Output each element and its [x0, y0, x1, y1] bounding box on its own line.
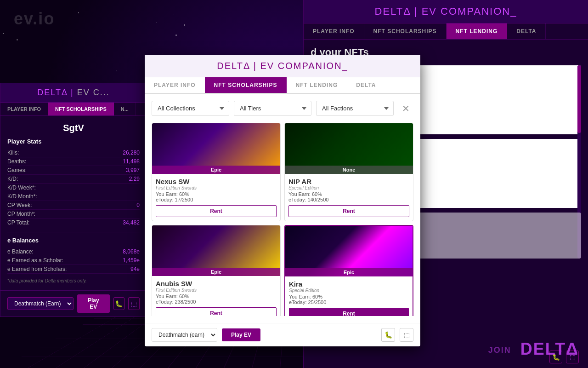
dialog-close-btn[interactable]: ✕ — [398, 101, 413, 116]
left-panel-title: DELTΔ | EV C... — [7, 88, 140, 98]
player-name: SgtV — [7, 123, 140, 133]
stat-cp-month: CP Month*: — [7, 210, 140, 218]
left-mode-select[interactable]: Deathmatch (Earn) Deathmatch Battle Roya… — [7, 297, 74, 310]
nip-rent-btn[interactable]: Rent — [288, 205, 409, 217]
nexus-rarity: Epic — [152, 166, 280, 174]
anubis-name: Anubis SW — [156, 280, 277, 288]
dialog-nav-delta[interactable]: DELTA — [347, 77, 385, 93]
dialog-export-icon-btn[interactable]: ⬚ — [400, 328, 413, 342]
divider — [7, 232, 140, 232]
anubis-earn: You Earn: 60% — [156, 293, 277, 299]
dialog-nav-nft-scholarships[interactable]: NFT SCHOLARSHIPS — [205, 77, 287, 93]
nexus-today: eToday: 17/2500 — [156, 197, 277, 202]
anubis-rent-btn[interactable]: Rent — [156, 307, 277, 316]
factions-filter[interactable]: All Factions Ronin Sinisters None — [316, 101, 394, 116]
anubis-details: Anubis SW First Edition Swords You Earn:… — [152, 276, 280, 316]
main-dialog: DELTΔ | EV COMPANION_ PLAYER INFO NFT SC… — [145, 55, 420, 346]
nft-item-anubis: Epic Anubis SW First Edition Swords You … — [152, 225, 281, 316]
dialog-title: DELTΔ | EV COMPANION_ — [154, 61, 411, 71]
tiers-filter[interactable]: All Tiers Epic Legendary Rare Common — [234, 101, 311, 116]
dialog-play-btn[interactable]: Play EV — [222, 328, 260, 341]
bg-window-nav: PLAYER INFO NFT SCHOLARSHIPS NFT LENDING… — [304, 23, 588, 40]
nexus-details: Nexus SW First Edition Swords You Earn: … — [152, 174, 280, 221]
stat-kd-week: K/D Week*: — [7, 184, 140, 192]
nip-name: NIP AR — [288, 178, 409, 185]
nft-img-kira: Epic — [285, 226, 413, 276]
anubis-today: eToday: 238/2500 — [156, 299, 277, 305]
nip-earn: You Earn: 60% — [288, 191, 409, 197]
balances-section: e Balances e Balance: 8,068e e Earned as… — [7, 237, 140, 274]
dialog-nav-player-info[interactable]: PLAYER INFO — [145, 77, 205, 93]
stat-kd-month: K/D Month*: — [7, 192, 140, 201]
left-bug-icon-btn[interactable]: 🐛 — [113, 297, 125, 310]
stat-kd: K/D: 2.29 — [7, 175, 140, 184]
nft-img-anubis: Epic — [152, 225, 280, 276]
bg-window-header: DELTΔ | EV COMPANION_ — [304, 0, 588, 23]
bg-nav-nft-scholarships[interactable]: NFT SCHOLARSHIPS — [364, 23, 447, 39]
stat-deaths: Deaths: 11,498 — [7, 157, 140, 166]
left-panel-footer: Deathmatch (Earn) Deathmatch Battle Roya… — [0, 290, 147, 316]
kira-rent-btn[interactable]: Rent — [289, 308, 409, 316]
stats-section: Player Stats Kills: 26,280 Deaths: 11,49… — [7, 138, 140, 227]
nexus-rent-btn[interactable]: Rent — [156, 205, 277, 217]
kira-details: Kira Special Edition You Earn: 60% eToda… — [285, 276, 413, 316]
dialog-header: DELTΔ | EV COMPANION_ — [145, 55, 420, 77]
bg-nav-nft-lending[interactable]: NFT LENDING — [447, 23, 508, 39]
nip-collection: Special Edition — [288, 185, 409, 190]
left-panel-body: SgtV Player Stats Kills: 26,280 Deaths: … — [0, 116, 147, 290]
dialog-body: All Collections First Edition Swords Fir… — [145, 94, 420, 323]
left-export-icon-btn[interactable]: ⬚ — [128, 297, 140, 310]
nft-item-nexus: Epic Nexus SW First Edition Swords You E… — [152, 123, 281, 221]
balance-e: e Balance: 8,068e — [7, 247, 140, 256]
left-nav-player-info[interactable]: PLAYER INFO — [0, 103, 48, 115]
nft-img-nexus: Epic — [152, 123, 280, 174]
nip-rarity: None — [285, 166, 413, 174]
nft-item-kira: Epic Kira Special Edition You Earn: 60% … — [284, 225, 413, 316]
join-delta-label: JOIN DELTΔ — [488, 339, 579, 359]
nexus-name: Nexus SW — [156, 178, 277, 185]
balance-from-scholars: e Earned from Scholars: 94e — [7, 265, 140, 274]
dialog-bug-icon-btn[interactable]: 🐛 — [381, 328, 395, 342]
stat-cp-week: CP Week: 0 — [7, 201, 140, 210]
left-play-btn[interactable]: Play EV — [77, 294, 110, 313]
join-text: JOIN — [488, 345, 511, 355]
kira-collection: Special Edition — [289, 288, 409, 293]
kira-today: eToday: 25/2500 — [289, 299, 409, 305]
stat-cp-total: CP Total: 34,482 — [7, 218, 140, 227]
dialog-mode-select[interactable]: Deathmatch (earn) Deathmatch Battle Roya… — [152, 328, 217, 342]
nft-img-nip: None — [285, 123, 413, 174]
dialog-filters: All Collections First Edition Swords Fir… — [152, 101, 413, 116]
balance-scholar: e Earned as a Scholar: 1,459e — [7, 256, 140, 265]
stats-heading: Player Stats — [7, 138, 140, 145]
kira-earn: You Earn: 60% — [289, 294, 409, 299]
left-nav-nft-scholarships[interactable]: NFT SCHOLARSHIPS — [48, 103, 114, 115]
nexus-earn: You Earn: 60% — [156, 191, 277, 197]
dialog-footer: Deathmatch (earn) Deathmatch Battle Roya… — [145, 323, 420, 346]
dialog-nav-nft-lending[interactable]: NFT LENDING — [287, 77, 347, 93]
collections-filter[interactable]: All Collections First Edition Swords Fir… — [152, 101, 229, 116]
kira-rarity: Epic — [285, 268, 413, 276]
evio-logo: ev.io — [14, 9, 55, 29]
delta-text: DELTΔ — [520, 339, 579, 358]
left-panel-nav: PLAYER INFO NFT SCHOLARSHIPS N... — [0, 103, 147, 116]
balances-heading: e Balances — [7, 237, 140, 244]
nexus-collection: First Edition Swords — [156, 185, 277, 190]
stat-games: Games: 3,997 — [7, 166, 140, 175]
nft-item-nip: None NIP AR Special Edition You Earn: 60… — [284, 123, 413, 221]
nip-today: eToday: 140/2500 — [288, 197, 409, 202]
stat-kills: Kills: 26,280 — [7, 149, 140, 157]
kira-name: Kira — [289, 280, 409, 288]
nft-grid: Epic Nexus SW First Edition Swords You E… — [152, 123, 413, 316]
anubis-collection: First Edition Swords — [156, 288, 277, 293]
left-panel-header: DELTΔ | EV C... — [0, 83, 147, 103]
bg-window-title: DELTΔ | EV COMPANION_ — [313, 6, 579, 17]
anubis-rarity: Epic — [152, 268, 280, 276]
data-note: *data provided for Delta members only. — [7, 278, 140, 283]
nip-details: NIP AR Special Edition You Earn: 60% eTo… — [285, 174, 413, 221]
bg-nav-player-info[interactable]: PLAYER INFO — [304, 23, 364, 39]
left-nav-more[interactable]: N... — [114, 103, 136, 115]
bg-nav-delta[interactable]: DELTA — [507, 23, 546, 39]
left-player-panel: DELTΔ | EV C... PLAYER INFO NFT SCHOLARS… — [0, 83, 147, 317]
dialog-nav: PLAYER INFO NFT SCHOLARSHIPS NFT LENDING… — [145, 77, 420, 94]
